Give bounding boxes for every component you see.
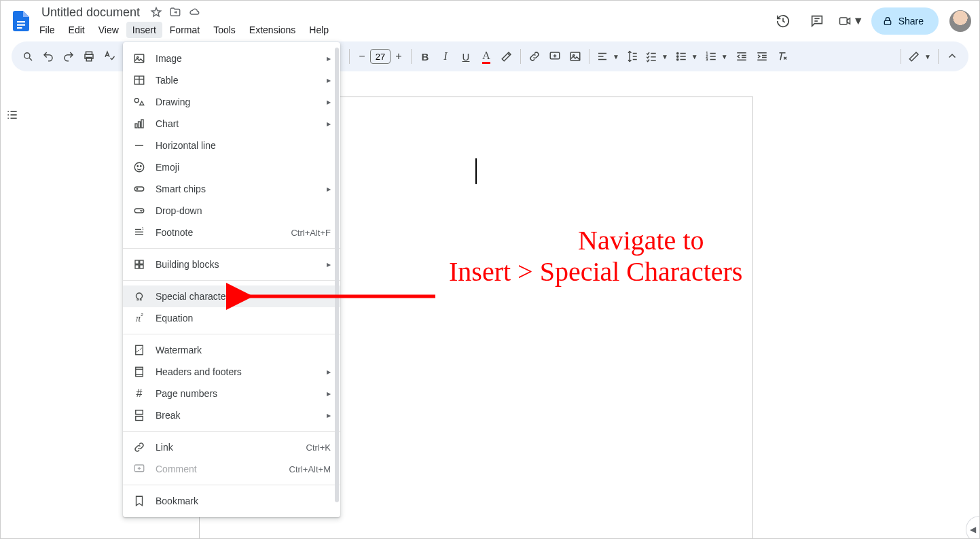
svg-rect-70	[134, 187, 144, 191]
add-comment-icon[interactable]	[545, 47, 564, 66]
menu-item-special-characters[interactable]: Special characters	[123, 285, 340, 307]
decrease-font-icon[interactable]: −	[354, 48, 370, 65]
menu-item-smart-chips[interactable]: Smart chips▶	[123, 178, 340, 200]
svg-point-9	[24, 53, 30, 58]
menu-item-chart[interactable]: Chart▶	[123, 113, 340, 135]
svg-rect-0	[17, 21, 25, 22]
header-right: ▼ Share	[769, 7, 971, 35]
drawing-icon	[132, 95, 146, 109]
bold-icon[interactable]: B	[416, 47, 435, 66]
meet-icon[interactable]: ▼	[837, 7, 865, 35]
document-title[interactable]: Untitled document	[37, 4, 144, 21]
text-cursor	[475, 158, 477, 184]
insert-image-icon[interactable]	[566, 47, 585, 66]
star-icon[interactable]	[149, 5, 163, 19]
menu-item-watermark[interactable]: Watermark	[123, 339, 340, 361]
svg-rect-79	[135, 265, 139, 268]
menu-item-drawing[interactable]: Drawing▶	[123, 91, 340, 113]
dropdown-scrollbar[interactable]	[335, 48, 339, 502]
bulleted-list-icon[interactable]: ▼	[672, 47, 701, 66]
move-icon[interactable]	[168, 5, 182, 19]
equation-icon: π²	[132, 311, 146, 325]
menu-item-dropdown[interactable]: Drop-down	[123, 200, 340, 222]
svg-rect-80	[140, 265, 143, 268]
print-icon[interactable]	[79, 47, 98, 66]
menu-file[interactable]: File	[33, 22, 61, 38]
menu-item-building-blocks[interactable]: Building blocks▶	[123, 254, 340, 275]
numbered-list-icon[interactable]: 123▼	[702, 47, 731, 66]
svg-rect-8	[884, 20, 890, 24]
menu-item-horizontal-line[interactable]: Horizontal line	[123, 135, 340, 156]
svg-point-71	[137, 188, 138, 190]
redo-icon[interactable]	[59, 47, 78, 66]
title-bar: Untitled document File Edit View Insert …	[1, 1, 979, 41]
svg-marker-3	[151, 7, 161, 16]
menu-extensions[interactable]: Extensions	[243, 22, 302, 38]
insert-dropdown: Image▶ Table▶ Drawing▶ Chart▶ Horizontal…	[123, 42, 340, 517]
headers-footers-icon	[132, 365, 146, 379]
menu-format[interactable]: Format	[164, 22, 206, 38]
menu-item-bookmark[interactable]: Bookmark	[123, 490, 340, 512]
text-color-icon[interactable]: A	[477, 47, 496, 66]
collapse-toolbar-icon[interactable]	[943, 47, 962, 66]
menu-edit[interactable]: Edit	[62, 22, 91, 38]
menu-help[interactable]: Help	[303, 22, 335, 38]
smart-chips-icon	[132, 182, 146, 196]
svg-rect-83	[136, 367, 143, 377]
svg-point-69	[141, 166, 142, 167]
spellcheck-icon[interactable]	[100, 47, 119, 66]
svg-point-68	[137, 166, 139, 167]
menu-item-equation[interactable]: π²Equation	[123, 307, 340, 329]
svg-text:3: 3	[706, 57, 708, 61]
editing-mode-icon[interactable]: ▼	[905, 47, 934, 66]
svg-point-31	[676, 56, 678, 57]
decrease-indent-icon[interactable]	[732, 47, 751, 66]
search-icon[interactable]	[18, 47, 37, 66]
increase-indent-icon[interactable]	[752, 47, 772, 66]
menu-item-break[interactable]: Break▶	[123, 404, 340, 426]
checklist-icon[interactable]: ▼	[642, 47, 671, 66]
insert-link-icon[interactable]	[525, 47, 544, 66]
menu-item-headers-footers[interactable]: Headers and footers▶	[123, 361, 340, 383]
menu-item-emoji[interactable]: Emoji	[123, 156, 340, 178]
comments-icon[interactable]	[803, 7, 831, 35]
svg-marker-62	[140, 101, 144, 105]
svg-rect-56	[134, 54, 144, 63]
align-icon[interactable]: ▼	[594, 47, 622, 66]
dropdown-icon	[132, 204, 146, 218]
line-spacing-icon[interactable]	[623, 47, 641, 66]
docs-logo-icon[interactable]	[9, 9, 33, 33]
cloud-status-icon[interactable]	[187, 5, 201, 19]
building-blocks-icon	[132, 258, 146, 271]
menu-view[interactable]: View	[92, 22, 125, 38]
menu-tools[interactable]: Tools	[207, 22, 242, 38]
lock-icon	[882, 16, 893, 27]
clear-formatting-icon[interactable]	[773, 47, 792, 66]
highlight-icon[interactable]	[497, 47, 516, 66]
svg-rect-78	[140, 260, 143, 264]
undo-icon[interactable]	[39, 47, 58, 66]
menu-item-link[interactable]: LinkCtrl+K	[123, 436, 340, 458]
menu-item-table[interactable]: Table▶	[123, 69, 340, 91]
title-group: Untitled document File Edit View Insert …	[37, 3, 769, 39]
image-icon	[132, 52, 146, 65]
underline-icon[interactable]: U	[456, 47, 475, 66]
outline-toggle[interactable]	[1, 74, 24, 538]
menu-insert[interactable]: Insert	[126, 22, 162, 38]
emoji-icon	[132, 160, 146, 174]
menu-item-image[interactable]: Image▶	[123, 48, 340, 69]
chart-icon	[132, 117, 146, 131]
history-icon[interactable]	[769, 7, 797, 35]
menu-item-page-numbers[interactable]: #Page numbers▶	[123, 383, 340, 404]
font-size-input[interactable]	[370, 49, 391, 64]
italic-icon[interactable]: I	[436, 47, 455, 66]
account-avatar[interactable]	[949, 10, 971, 32]
share-button[interactable]: Share	[871, 7, 939, 35]
svg-rect-72	[134, 209, 144, 213]
svg-rect-1	[17, 24, 25, 26]
svg-rect-63	[135, 124, 137, 128]
svg-rect-2	[17, 27, 22, 29]
menu-item-footnote[interactable]: 1FootnoteCtrl+Alt+F	[123, 222, 340, 243]
comment-icon	[132, 462, 146, 476]
increase-font-icon[interactable]: +	[391, 48, 407, 65]
